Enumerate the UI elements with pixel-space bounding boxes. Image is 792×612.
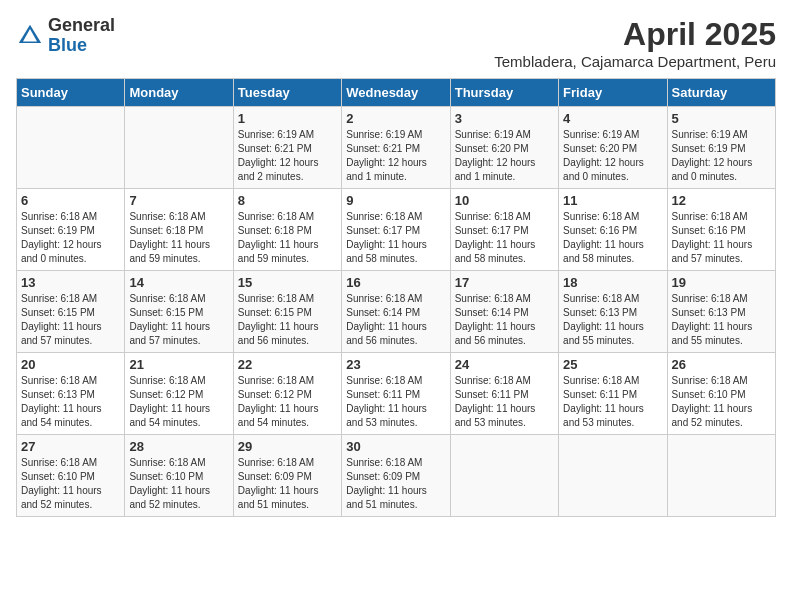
calendar-cell xyxy=(125,107,233,189)
day-number: 5 xyxy=(672,111,771,126)
day-number: 9 xyxy=(346,193,445,208)
day-header-wednesday: Wednesday xyxy=(342,79,450,107)
day-info: Sunrise: 6:18 AMSunset: 6:17 PMDaylight:… xyxy=(346,210,445,266)
calendar-cell: 11Sunrise: 6:18 AMSunset: 6:16 PMDayligh… xyxy=(559,189,667,271)
day-number: 30 xyxy=(346,439,445,454)
day-number: 8 xyxy=(238,193,337,208)
day-number: 14 xyxy=(129,275,228,290)
day-info: Sunrise: 6:18 AMSunset: 6:15 PMDaylight:… xyxy=(129,292,228,348)
day-info: Sunrise: 6:18 AMSunset: 6:10 PMDaylight:… xyxy=(672,374,771,430)
logo-blue-text: Blue xyxy=(48,35,87,55)
calendar-cell xyxy=(17,107,125,189)
page-subtitle: Tembladera, Cajamarca Department, Peru xyxy=(494,53,776,70)
day-info: Sunrise: 6:19 AMSunset: 6:20 PMDaylight:… xyxy=(563,128,662,184)
day-header-thursday: Thursday xyxy=(450,79,558,107)
calendar-cell: 30Sunrise: 6:18 AMSunset: 6:09 PMDayligh… xyxy=(342,435,450,517)
day-number: 6 xyxy=(21,193,120,208)
day-number: 17 xyxy=(455,275,554,290)
day-info: Sunrise: 6:18 AMSunset: 6:12 PMDaylight:… xyxy=(238,374,337,430)
day-info: Sunrise: 6:18 AMSunset: 6:17 PMDaylight:… xyxy=(455,210,554,266)
day-info: Sunrise: 6:19 AMSunset: 6:19 PMDaylight:… xyxy=(672,128,771,184)
day-info: Sunrise: 6:19 AMSunset: 6:21 PMDaylight:… xyxy=(238,128,337,184)
day-number: 20 xyxy=(21,357,120,372)
calendar-cell: 19Sunrise: 6:18 AMSunset: 6:13 PMDayligh… xyxy=(667,271,775,353)
calendar-week-row: 6Sunrise: 6:18 AMSunset: 6:19 PMDaylight… xyxy=(17,189,776,271)
title-block: April 2025 Tembladera, Cajamarca Departm… xyxy=(494,16,776,70)
calendar-cell: 23Sunrise: 6:18 AMSunset: 6:11 PMDayligh… xyxy=(342,353,450,435)
day-number: 12 xyxy=(672,193,771,208)
calendar-cell: 21Sunrise: 6:18 AMSunset: 6:12 PMDayligh… xyxy=(125,353,233,435)
day-number: 21 xyxy=(129,357,228,372)
calendar-cell: 22Sunrise: 6:18 AMSunset: 6:12 PMDayligh… xyxy=(233,353,341,435)
day-info: Sunrise: 6:18 AMSunset: 6:11 PMDaylight:… xyxy=(563,374,662,430)
day-number: 22 xyxy=(238,357,337,372)
day-number: 19 xyxy=(672,275,771,290)
day-info: Sunrise: 6:18 AMSunset: 6:14 PMDaylight:… xyxy=(455,292,554,348)
day-number: 3 xyxy=(455,111,554,126)
logo-general-text: General xyxy=(48,15,115,35)
day-header-sunday: Sunday xyxy=(17,79,125,107)
day-info: Sunrise: 6:18 AMSunset: 6:18 PMDaylight:… xyxy=(129,210,228,266)
day-number: 13 xyxy=(21,275,120,290)
calendar-cell: 26Sunrise: 6:18 AMSunset: 6:10 PMDayligh… xyxy=(667,353,775,435)
calendar-cell: 24Sunrise: 6:18 AMSunset: 6:11 PMDayligh… xyxy=(450,353,558,435)
calendar-cell: 12Sunrise: 6:18 AMSunset: 6:16 PMDayligh… xyxy=(667,189,775,271)
calendar-cell xyxy=(450,435,558,517)
day-number: 10 xyxy=(455,193,554,208)
day-number: 28 xyxy=(129,439,228,454)
day-info: Sunrise: 6:19 AMSunset: 6:20 PMDaylight:… xyxy=(455,128,554,184)
calendar-cell: 4Sunrise: 6:19 AMSunset: 6:20 PMDaylight… xyxy=(559,107,667,189)
header: General Blue April 2025 Tembladera, Caja… xyxy=(16,16,776,70)
day-number: 25 xyxy=(563,357,662,372)
day-info: Sunrise: 6:18 AMSunset: 6:15 PMDaylight:… xyxy=(21,292,120,348)
calendar-cell: 15Sunrise: 6:18 AMSunset: 6:15 PMDayligh… xyxy=(233,271,341,353)
calendar-cell: 18Sunrise: 6:18 AMSunset: 6:13 PMDayligh… xyxy=(559,271,667,353)
calendar-cell xyxy=(559,435,667,517)
calendar-header-row: SundayMondayTuesdayWednesdayThursdayFrid… xyxy=(17,79,776,107)
day-number: 2 xyxy=(346,111,445,126)
calendar-cell: 5Sunrise: 6:19 AMSunset: 6:19 PMDaylight… xyxy=(667,107,775,189)
day-number: 23 xyxy=(346,357,445,372)
day-header-saturday: Saturday xyxy=(667,79,775,107)
day-info: Sunrise: 6:18 AMSunset: 6:19 PMDaylight:… xyxy=(21,210,120,266)
page-title: April 2025 xyxy=(494,16,776,53)
day-number: 26 xyxy=(672,357,771,372)
calendar-cell: 7Sunrise: 6:18 AMSunset: 6:18 PMDaylight… xyxy=(125,189,233,271)
calendar-cell: 2Sunrise: 6:19 AMSunset: 6:21 PMDaylight… xyxy=(342,107,450,189)
day-info: Sunrise: 6:18 AMSunset: 6:09 PMDaylight:… xyxy=(346,456,445,512)
day-number: 4 xyxy=(563,111,662,126)
calendar-cell xyxy=(667,435,775,517)
day-info: Sunrise: 6:18 AMSunset: 6:13 PMDaylight:… xyxy=(21,374,120,430)
day-number: 16 xyxy=(346,275,445,290)
day-info: Sunrise: 6:18 AMSunset: 6:09 PMDaylight:… xyxy=(238,456,337,512)
day-info: Sunrise: 6:18 AMSunset: 6:15 PMDaylight:… xyxy=(238,292,337,348)
day-number: 1 xyxy=(238,111,337,126)
calendar-cell: 17Sunrise: 6:18 AMSunset: 6:14 PMDayligh… xyxy=(450,271,558,353)
calendar-cell: 9Sunrise: 6:18 AMSunset: 6:17 PMDaylight… xyxy=(342,189,450,271)
day-info: Sunrise: 6:18 AMSunset: 6:18 PMDaylight:… xyxy=(238,210,337,266)
day-info: Sunrise: 6:19 AMSunset: 6:21 PMDaylight:… xyxy=(346,128,445,184)
calendar-cell: 14Sunrise: 6:18 AMSunset: 6:15 PMDayligh… xyxy=(125,271,233,353)
day-info: Sunrise: 6:18 AMSunset: 6:11 PMDaylight:… xyxy=(346,374,445,430)
day-number: 7 xyxy=(129,193,228,208)
calendar-week-row: 20Sunrise: 6:18 AMSunset: 6:13 PMDayligh… xyxy=(17,353,776,435)
calendar-cell: 20Sunrise: 6:18 AMSunset: 6:13 PMDayligh… xyxy=(17,353,125,435)
day-info: Sunrise: 6:18 AMSunset: 6:10 PMDaylight:… xyxy=(21,456,120,512)
calendar-cell: 28Sunrise: 6:18 AMSunset: 6:10 PMDayligh… xyxy=(125,435,233,517)
day-info: Sunrise: 6:18 AMSunset: 6:13 PMDaylight:… xyxy=(672,292,771,348)
day-number: 24 xyxy=(455,357,554,372)
day-header-monday: Monday xyxy=(125,79,233,107)
calendar-cell: 3Sunrise: 6:19 AMSunset: 6:20 PMDaylight… xyxy=(450,107,558,189)
calendar-week-row: 13Sunrise: 6:18 AMSunset: 6:15 PMDayligh… xyxy=(17,271,776,353)
logo: General Blue xyxy=(16,16,115,56)
day-header-friday: Friday xyxy=(559,79,667,107)
calendar-cell: 25Sunrise: 6:18 AMSunset: 6:11 PMDayligh… xyxy=(559,353,667,435)
day-info: Sunrise: 6:18 AMSunset: 6:14 PMDaylight:… xyxy=(346,292,445,348)
calendar-cell: 27Sunrise: 6:18 AMSunset: 6:10 PMDayligh… xyxy=(17,435,125,517)
day-info: Sunrise: 6:18 AMSunset: 6:13 PMDaylight:… xyxy=(563,292,662,348)
calendar-cell: 16Sunrise: 6:18 AMSunset: 6:14 PMDayligh… xyxy=(342,271,450,353)
day-info: Sunrise: 6:18 AMSunset: 6:10 PMDaylight:… xyxy=(129,456,228,512)
day-info: Sunrise: 6:18 AMSunset: 6:16 PMDaylight:… xyxy=(563,210,662,266)
calendar-cell: 8Sunrise: 6:18 AMSunset: 6:18 PMDaylight… xyxy=(233,189,341,271)
day-info: Sunrise: 6:18 AMSunset: 6:11 PMDaylight:… xyxy=(455,374,554,430)
